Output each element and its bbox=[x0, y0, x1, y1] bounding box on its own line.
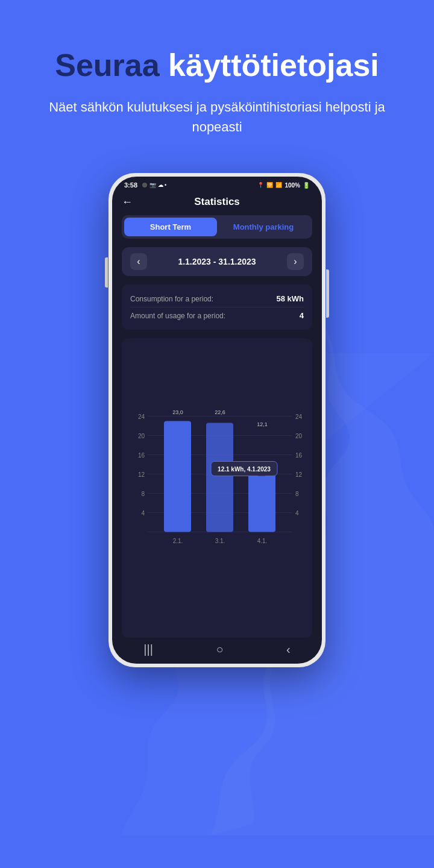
status-bar: 3:58 📷 ☁ • 📍 🛜 📶 100% 🔋 bbox=[112, 177, 322, 191]
phone-outer: 3:58 📷 ☁ • 📍 🛜 📶 100% 🔋 ← Statistics bbox=[108, 173, 326, 667]
nav-recent-icon[interactable]: ||| bbox=[143, 643, 153, 656]
status-icons: 📍 🛜 📶 100% 🔋 bbox=[257, 182, 310, 189]
svg-text:16: 16 bbox=[295, 452, 303, 459]
prev-date-button[interactable]: ‹ bbox=[130, 253, 147, 270]
svg-text:2.1.: 2.1. bbox=[173, 538, 183, 544]
svg-text:3.1.: 3.1. bbox=[215, 538, 225, 544]
svg-text:24: 24 bbox=[295, 414, 303, 420]
stats-section: Consumption for a period: 58 kWh Amount … bbox=[122, 285, 312, 330]
consumption-label: Consumption for a period: bbox=[130, 295, 213, 303]
title-normal: Seuraa bbox=[55, 48, 168, 83]
svg-text:4: 4 bbox=[295, 510, 299, 517]
phone-screen: 3:58 📷 ☁ • 📍 🛜 📶 100% 🔋 ← Statistics bbox=[112, 177, 322, 664]
status-time: 3:58 📷 ☁ • bbox=[124, 181, 166, 189]
stat-row-consumption: Consumption for a period: 58 kWh bbox=[130, 291, 304, 307]
date-range: 1.1.2023 - 31.1.2023 bbox=[178, 257, 256, 266]
camera-icon bbox=[142, 183, 147, 187]
svg-text:20: 20 bbox=[295, 433, 303, 439]
chart-area: 24 20 16 12 8 4 24 20 16 12 8 4 2.1. 3.1… bbox=[122, 338, 312, 638]
bar-2 bbox=[206, 423, 233, 532]
svg-text:12: 12 bbox=[295, 471, 303, 478]
app-title: Statistics bbox=[194, 196, 240, 208]
nav-back-icon[interactable]: ‹ bbox=[286, 643, 291, 656]
svg-text:22,6: 22,6 bbox=[215, 409, 225, 415]
notification-icons: 📷 ☁ • bbox=[149, 182, 166, 188]
battery-indicator: 100% bbox=[285, 182, 300, 189]
date-navigation: ‹ 1.1.2023 - 31.1.2023 › bbox=[122, 247, 312, 276]
svg-text:12: 12 bbox=[138, 471, 145, 478]
bar-chart: 24 20 16 12 8 4 24 20 16 12 8 4 2.1. 3.1… bbox=[127, 344, 307, 633]
next-date-button[interactable]: › bbox=[287, 253, 304, 270]
svg-text:8: 8 bbox=[141, 491, 145, 497]
svg-text:8: 8 bbox=[295, 491, 299, 497]
signal-icon: 📶 bbox=[275, 182, 282, 188]
tab-bar: Short Term Monthly parking bbox=[122, 215, 312, 239]
usage-value: 4 bbox=[300, 311, 304, 320]
svg-text:16: 16 bbox=[138, 452, 145, 459]
title-bold: käyttötietojasi bbox=[168, 48, 379, 83]
svg-text:20: 20 bbox=[138, 433, 145, 439]
nav-home-icon[interactable]: ○ bbox=[216, 643, 223, 656]
svg-text:12,1: 12,1 bbox=[257, 421, 268, 427]
svg-text:4.1.: 4.1. bbox=[257, 538, 268, 544]
svg-text:24: 24 bbox=[138, 414, 145, 420]
tooltip-text: 12.1 kWh, 4.1.2023 bbox=[218, 466, 271, 473]
stat-row-usage: Amount of usage for a period: 4 bbox=[130, 307, 304, 324]
back-button[interactable]: ← bbox=[122, 196, 133, 209]
app-header: ← Statistics bbox=[112, 191, 322, 215]
tab-monthly-parking[interactable]: Monthly parking bbox=[217, 218, 310, 236]
tab-short-term[interactable]: Short Term bbox=[124, 218, 217, 236]
svg-text:23,0: 23,0 bbox=[172, 409, 183, 415]
svg-text:4: 4 bbox=[141, 510, 145, 517]
battery-icon: 🔋 bbox=[303, 182, 310, 189]
location-icon: 📍 bbox=[257, 182, 264, 188]
phone-mockup: 3:58 📷 ☁ • 📍 🛜 📶 100% 🔋 ← Statistics bbox=[0, 173, 434, 667]
usage-label: Amount of usage for a period: bbox=[130, 312, 225, 320]
page-subtitle: Näet sähkön kulutuksesi ja pysäköintihis… bbox=[24, 97, 410, 137]
wifi-icon: 🛜 bbox=[266, 182, 273, 188]
bottom-navigation: ||| ○ ‹ bbox=[112, 638, 322, 664]
header-section: Seuraa käyttötietojasi Näet sähkön kulut… bbox=[0, 0, 434, 155]
consumption-value: 58 kWh bbox=[276, 294, 304, 303]
bar-3 bbox=[248, 474, 275, 532]
page-title: Seuraa käyttötietojasi bbox=[24, 48, 410, 83]
bar-1 bbox=[164, 421, 191, 532]
